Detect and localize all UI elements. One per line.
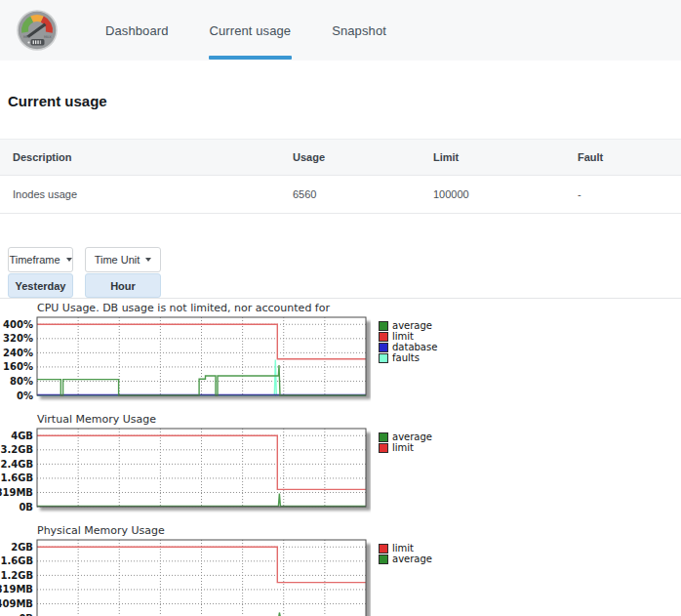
page-title: Current usage: [8, 93, 681, 109]
usage-table: Description Usage Limit Fault Inodes usa…: [0, 139, 681, 214]
legend-swatch: [379, 443, 388, 453]
cell-fault: -: [565, 176, 681, 214]
y-tick-label: 160%: [3, 361, 33, 372]
svg-text:MAX: MAX: [44, 35, 52, 39]
timeframe-dropdown[interactable]: Timeframe: [8, 247, 73, 272]
legend-label: limit: [392, 331, 414, 342]
svg-text:MIN: MIN: [23, 35, 30, 39]
table-row: Inodes usage 6560 100000 -: [0, 176, 681, 214]
legend-swatch: [379, 321, 388, 331]
legend-swatch: [379, 332, 388, 342]
virtual-memory-chart: Virtual Memory Usage 4GB3.2GB2.4GB1.6GB8…: [0, 413, 681, 514]
chart-legend: limitaverage: [379, 543, 432, 564]
chart-legend: averagelimit: [379, 431, 432, 453]
chart-title: CPU Usage. DB usage is not limited, nor …: [37, 302, 681, 314]
chart-canvas: 2GB1.6GB1.2GB819MB409MB0B: [0, 538, 371, 616]
y-tick-label: 400%: [3, 319, 33, 330]
chevron-down-icon: [145, 258, 151, 262]
app-logo: MIN MAX: [17, 0, 58, 61]
col-header-description: Description: [0, 140, 280, 176]
legend-swatch: [379, 343, 388, 352]
tab-dashboard[interactable]: Dashboard: [85, 0, 189, 61]
nav-tabs: Dashboard Current usage Snapshot: [85, 0, 407, 61]
cpu-usage-chart: CPU Usage. DB usage is not limited, nor …: [0, 302, 681, 403]
y-tick-label: 0B: [19, 613, 33, 616]
legend-item-average: average: [379, 554, 432, 564]
legend-label: limit: [392, 543, 414, 554]
legend-item-limit: limit: [379, 543, 432, 554]
timeframe-selected-button[interactable]: Yesterday: [8, 273, 73, 298]
chart-plot-area: 400%320%240%160%80%0%: [0, 315, 681, 403]
chart-title: Virtual Memory Usage: [37, 413, 681, 426]
chevron-down-icon: [66, 258, 72, 262]
legend-item-database: database: [379, 342, 437, 352]
legend-item-average: average: [379, 431, 432, 442]
legend-item-limit: limit: [379, 442, 432, 453]
y-tick-label: 819MB: [0, 487, 33, 498]
legend-label: database: [392, 342, 437, 352]
time-unit-dropdown[interactable]: Time Unit: [85, 247, 161, 272]
y-tick-label: 240%: [3, 348, 33, 358]
legend-item-faults: faults: [379, 352, 437, 363]
y-tick-label: 320%: [3, 333, 33, 344]
y-tick-label: 4GB: [11, 431, 33, 441]
legend-label: average: [392, 320, 432, 331]
legend-label: average: [392, 554, 432, 564]
legend-item-limit: limit: [379, 331, 437, 342]
top-navbar: MIN MAX Dashboard Current usage Snapshot: [0, 0, 681, 61]
chart-legend: averagelimitdatabasefaults: [379, 320, 437, 363]
y-tick-label: 1.6GB: [0, 555, 33, 566]
chart-title: Physical Memory Usage: [37, 524, 681, 537]
cell-description: Inodes usage: [0, 176, 280, 214]
col-header-usage: Usage: [280, 140, 421, 176]
time-unit-dropdown-label: Time Unit: [95, 254, 140, 266]
y-tick-label: 1.6GB: [0, 472, 33, 483]
charts-section: CPU Usage. DB usage is not limited, nor …: [0, 299, 681, 616]
tab-snapshot[interactable]: Snapshot: [311, 0, 407, 61]
legend-swatch: [379, 554, 388, 564]
y-tick-label: 1.2GB: [0, 570, 33, 581]
chart-canvas: 400%320%240%160%80%0%: [0, 315, 371, 403]
legend-label: faults: [392, 352, 420, 363]
y-tick-label: 80%: [10, 376, 33, 387]
timeframe-dropdown-label: Timeframe: [9, 254, 60, 266]
y-tick-label: 819MB: [0, 584, 33, 595]
time-unit-selected-button[interactable]: Hour: [85, 273, 161, 298]
chart-plot-area: 4GB3.2GB2.4GB1.6GB819MB0B: [0, 427, 681, 514]
legend-swatch: [379, 353, 388, 363]
table-header-row: Description Usage Limit Fault: [0, 140, 681, 176]
gauge-logo-icon: MIN MAX: [17, 10, 58, 51]
y-tick-label: 409MB: [0, 598, 33, 609]
physical-memory-chart: Physical Memory Usage 2GB1.6GB1.2GB819MB…: [0, 524, 681, 616]
y-tick-label: 0B: [19, 502, 33, 513]
chart-canvas: 4GB3.2GB2.4GB1.6GB819MB0B: [0, 427, 371, 514]
col-header-limit: Limit: [421, 140, 565, 176]
legend-label: average: [392, 431, 432, 442]
chart-plot-area: 2GB1.6GB1.2GB819MB409MB0B: [0, 538, 681, 616]
y-tick-label: 0%: [17, 390, 33, 401]
cell-usage: 6560: [280, 176, 421, 214]
legend-label: limit: [392, 442, 414, 453]
y-tick-label: 3.2GB: [0, 444, 33, 455]
legend-swatch: [379, 432, 388, 442]
y-tick-label: 2GB: [11, 542, 33, 553]
col-header-fault: Fault: [565, 140, 681, 176]
y-tick-label: 2.4GB: [0, 459, 33, 470]
legend-item-average: average: [379, 320, 437, 331]
tab-current-usage[interactable]: Current usage: [189, 0, 312, 61]
legend-swatch: [379, 544, 388, 554]
cell-limit: 100000: [421, 176, 565, 214]
chart-filters: Timeframe Time Unit Yesterday Hour: [8, 247, 681, 298]
